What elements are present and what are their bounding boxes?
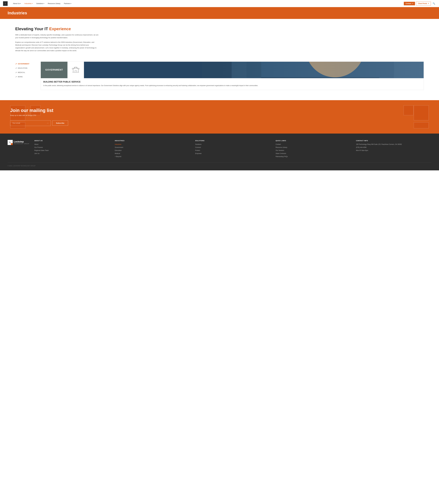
logo-letter: L <box>10 141 11 144</box>
nav-label-resource-library: Resource Library <box>48 2 60 4</box>
footer-link-rebranding-faqs[interactable]: Rebranding FAQs <box>276 156 351 157</box>
nav-label-industries: Industries <box>24 2 32 4</box>
search-icon: 🔍 <box>433 2 435 5</box>
footer-brand: Lockstep TECHNOLOGY GROUP <box>14 141 29 144</box>
footer-industries-list: Industries Government Education Medical … <box>115 143 190 157</box>
footer-link-beyond[interactable]: + Beyond <box>115 156 190 157</box>
arrow-icon: ↗ <box>15 71 17 73</box>
footer-hours: Mon-Fri 9am-6pm <box>356 150 431 151</box>
footer-link-connect[interactable]: Connect <box>195 147 270 148</box>
footer-contact-info-heading: CONTACT INFO <box>356 140 431 141</box>
svg-rect-6 <box>72 68 73 69</box>
mailing-form: ··· Subscribe <box>10 120 429 126</box>
footer-logo-mark: L <box>8 140 13 145</box>
footer-copyright: © 2023, LOCKSTEP TECHNOLOGY GROUP <box>8 165 431 166</box>
svg-rect-3 <box>75 70 76 72</box>
footer-link-industries[interactable]: Industries <box>115 143 190 145</box>
footer-col-contact-info: CONTACT INFO 190 Technology Pkwy NW Suit… <box>356 140 431 157</box>
mailing-heading: Join our mailing list <box>10 108 429 113</box>
nav-label-about-us: About Us <box>13 2 20 4</box>
footer-col-solutions: SOLUTIONS Solutions Connect Protect Empo… <box>195 140 270 157</box>
footer-about-us-list: About Our Process Regional Sales Team Jo… <box>34 143 110 154</box>
footer-contact-info-list: 190 Technology Pkwy NW Suite 125, Peacht… <box>356 143 431 151</box>
industry-card-title: BUILDING BETTER PUBLIC SERVICE <box>43 81 421 83</box>
footer-link-education[interactable]: Education <box>115 150 190 151</box>
nav-item-resource-library[interactable]: Resource Library <box>47 2 61 5</box>
footer-link-protect[interactable]: Protect <box>195 150 270 151</box>
industry-list-item-education[interactable]: ↗ EDUCATION <box>15 67 36 69</box>
nav-logo[interactable]: ↑ <box>3 1 8 6</box>
industry-card-body: BUILDING BETTER PUBLIC SERVICE In the pu… <box>41 81 424 87</box>
svg-rect-7 <box>78 68 79 69</box>
intro-heading: Elevating Your IT Experience <box>15 26 99 31</box>
nav-item-about-us[interactable]: About Us ▾ <box>12 2 22 5</box>
industry-card-images: GOVERNMENT <box>41 62 424 78</box>
intro-para1: With a dedicated team of experts, indust… <box>15 34 99 39</box>
footer-link-empower[interactable]: Empower <box>195 152 270 154</box>
industry-card: GOVERNMENT <box>41 62 424 90</box>
footer-about-us-heading: ABOUT US <box>34 140 110 141</box>
nav-label-solutions: Solutions <box>36 2 43 4</box>
footer-logo: L Lockstep TECHNOLOGY GROUP <box>8 140 29 145</box>
footer-link-solutions[interactable]: Solutions <box>195 143 270 145</box>
footer-link-about[interactable]: About <box>34 143 110 145</box>
nav-links: About Us ▾ Industries ▾ Solutions ▾ Reso… <box>12 2 404 5</box>
footer-col-industries: INDUSTRIES Industries Government Educati… <box>115 140 190 157</box>
industry-card-photo <box>84 62 424 78</box>
footer-link-state-contracts[interactable]: State Contracts <box>276 152 351 154</box>
chevron-icon: ▾ <box>20 3 21 4</box>
nav-item-solutions[interactable]: Solutions ▾ <box>35 2 46 5</box>
footer-link-government[interactable]: Government <box>115 147 190 148</box>
contact-button[interactable]: Contact ↗ <box>404 2 415 5</box>
building-icon <box>72 66 80 74</box>
footer-link-medical[interactable]: Medical <box>115 152 190 154</box>
footer-link-resource-library[interactable]: Resource Library <box>276 147 351 148</box>
footer-solutions-heading: SOLUTIONS <box>195 140 270 141</box>
footer-solutions-list: Solutions Connect Protect Empower <box>195 143 270 154</box>
email-input-wrap: ··· <box>10 120 51 126</box>
footer-link-our-vendors[interactable]: Our Vendors <box>276 150 351 151</box>
footer-link-join-us[interactable]: Join Us <box>34 152 110 154</box>
footer-col-quick-links: QUICK LINKS Contact Resource Library Our… <box>276 140 351 157</box>
intro-para2: Explore our comprehensive suite of IT so… <box>15 41 99 52</box>
nav-actions: Contact ↗ Client Portal ↗ 🔍 <box>404 1 436 5</box>
mailing-subtext: Keep up to date with all things LTG! <box>10 114 429 116</box>
arrow-icon: ↗ <box>428 3 429 4</box>
nav-item-partners[interactable]: Partners ▾ <box>63 2 73 5</box>
intro-section: Elevating Your IT Experience With a dedi… <box>0 19 114 62</box>
arrow-icon: ↗ <box>15 63 17 65</box>
mailing-content: Join our mailing list Keep up to date wi… <box>10 108 429 126</box>
logo-corner <box>11 143 13 145</box>
industries-section: ↗ GOVERNMENT ↗ EDUCATION ↗ MEDICAL ↗ MOR… <box>0 62 439 100</box>
industry-list-item-government[interactable]: ↗ GOVERNMENT <box>15 63 36 65</box>
footer-top: L Lockstep TECHNOLOGY GROUP ABOUT US Abo… <box>8 140 431 157</box>
email-input[interactable] <box>12 122 47 124</box>
industry-card-icon <box>67 62 84 78</box>
footer-quick-links-list: Contact Resource Library Our Vendors Sta… <box>276 143 351 157</box>
subscribe-button[interactable]: Subscribe <box>52 120 68 126</box>
logo-mark: ↑ <box>5 2 6 5</box>
industry-list-item-more[interactable]: ↗ MORE <box>15 76 36 78</box>
footer-phone[interactable]: (678) 444-4590 <box>356 147 431 148</box>
footer-link-contact[interactable]: Contact <box>276 143 351 145</box>
svg-rect-11 <box>261 77 379 78</box>
svg-rect-1 <box>74 67 77 69</box>
search-button[interactable]: 🔍 <box>432 1 436 5</box>
footer-industries-heading: INDUSTRIES <box>115 140 190 141</box>
nav-item-industries[interactable]: Industries ▾ <box>23 2 34 5</box>
svg-rect-13 <box>202 62 261 78</box>
industry-card-desc: In the public sector, delivering excepti… <box>43 84 421 87</box>
footer-logo-col: L Lockstep TECHNOLOGY GROUP <box>8 140 29 157</box>
industry-card-main-image: GOVERNMENT <box>41 62 67 78</box>
mailing-section: Join our mailing list Keep up to date wi… <box>0 100 439 134</box>
hero-banner: Industries <box>0 7 439 19</box>
chevron-icon: ▾ <box>71 3 71 4</box>
arrow-icon: ↗ <box>15 67 17 69</box>
svg-point-9 <box>246 62 394 78</box>
industry-list: ↗ GOVERNMENT ↗ EDUCATION ↗ MEDICAL ↗ MOR… <box>15 62 36 90</box>
page-title: Industries <box>8 11 431 15</box>
industry-list-item-medical[interactable]: ↗ MEDICAL <box>15 71 36 73</box>
footer-link-regional-sales[interactable]: Regional Sales Team <box>34 150 110 151</box>
client-portal-button[interactable]: Client Portal ↗ <box>416 2 431 5</box>
footer-link-our-process[interactable]: Our Process <box>34 147 110 148</box>
